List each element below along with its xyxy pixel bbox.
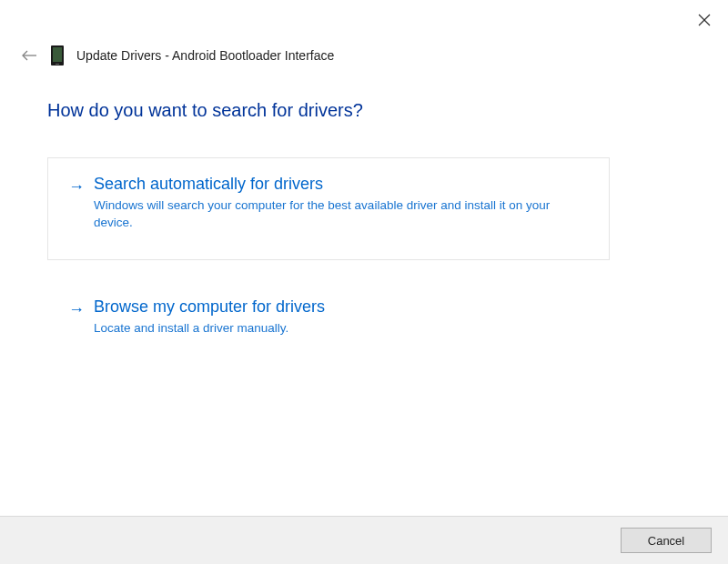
main-content: How do you want to search for drivers? →… <box>47 100 610 375</box>
wizard-footer: Cancel <box>0 516 728 564</box>
option-search-automatically[interactable]: → Search automatically for drivers Windo… <box>47 157 610 260</box>
option-description: Windows will search your computer for th… <box>94 197 589 232</box>
wizard-header: Update Drivers - Android Bootloader Inte… <box>20 45 334 65</box>
device-icon <box>51 45 64 65</box>
close-button[interactable] <box>695 11 713 29</box>
close-icon <box>698 14 711 26</box>
option-title: Search automatically for drivers <box>94 175 589 194</box>
cancel-button[interactable]: Cancel <box>621 528 712 553</box>
option-title: Browse my computer for drivers <box>94 297 589 317</box>
arrow-right-icon: → <box>68 297 85 321</box>
wizard-title: Update Drivers - Android Bootloader Inte… <box>76 48 334 63</box>
option-browse-computer[interactable]: → Browse my computer for drivers Locate … <box>47 280 610 355</box>
question-heading: How do you want to search for drivers? <box>47 100 610 121</box>
back-arrow-icon <box>21 49 37 62</box>
option-description: Locate and install a driver manually. <box>94 320 589 337</box>
cancel-label: Cancel <box>648 534 684 548</box>
back-button[interactable] <box>20 48 38 63</box>
arrow-right-icon: → <box>68 175 85 198</box>
